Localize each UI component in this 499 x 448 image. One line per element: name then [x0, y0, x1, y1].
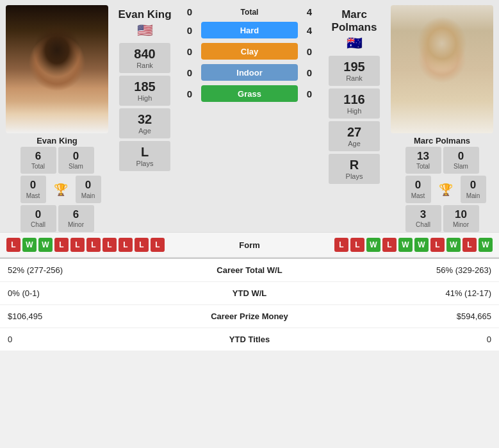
left-hard-score: 0 — [181, 25, 199, 36]
marc-rank-num: 195 — [343, 60, 364, 74]
left-ytd-wl: 0% (0-1) — [8, 288, 186, 298]
evan-mast-lbl: Mast — [26, 192, 40, 200]
evan-stats-row2: 0 Mast 🏆 0 Main — [20, 176, 94, 203]
left-career-wl: 52% (277-256) — [8, 265, 186, 275]
titles-label: YTD Titles — [186, 335, 314, 344]
prize-label: Career Prize Money — [186, 311, 314, 321]
ytd-wl-label: YTD W/L — [186, 288, 314, 298]
evan-chall-num: 0 — [35, 208, 41, 221]
left-titles: 0 — [8, 335, 186, 344]
evan-slam-num: 0 — [73, 150, 79, 163]
right-prize: $594,665 — [314, 311, 492, 321]
marc-name-title: Marc Polmans — [323, 8, 385, 34]
marc-main-num: 0 — [470, 179, 476, 192]
marc-minor-cell: 10 Minor — [443, 205, 479, 232]
evan-high-box: 185 High — [119, 76, 170, 106]
evan-trophy-cell: 🏆 — [48, 176, 74, 203]
form-pill: W — [446, 238, 461, 252]
clay-badge: Clay — [201, 43, 298, 60]
bottom-stats-section: 52% (277-256) Career Total W/L 56% (329-… — [0, 258, 499, 351]
ytd-titles-row: 0 YTD Titles 0 — [0, 328, 499, 351]
marc-stats-row3: 3 Chall 10 Minor — [405, 205, 479, 232]
form-pill: L — [334, 238, 348, 252]
right-titles: 0 — [314, 335, 492, 344]
prize-money-row: $106,495 Career Prize Money $594,665 — [0, 305, 499, 328]
marc-minor-num: 10 — [455, 208, 467, 221]
evan-slam-lbl: Slam — [69, 163, 83, 170]
marc-total-cell: 13 Total — [405, 147, 441, 174]
evan-main-cell: 0 Main — [76, 176, 101, 203]
marc-high-num: 116 — [343, 92, 364, 107]
evan-slam-cell: 0 Slam — [58, 147, 94, 174]
indoor-surface-row: 0 Indoor 0 — [181, 63, 318, 82]
form-pill: L — [151, 238, 165, 252]
form-pill: L — [70, 238, 85, 252]
evan-high-num: 185 — [134, 79, 155, 94]
form-pill: L — [6, 238, 20, 252]
evan-name-flag: Evan King 🇺🇸 — [118, 8, 171, 38]
evan-king-photo — [6, 5, 108, 133]
right-player-column: Marc Polmans 13 Total 0 Slam 0 Mast — [388, 5, 496, 232]
right-hard-score: 4 — [300, 25, 318, 36]
form-pill: W — [366, 238, 380, 252]
marc-rank-box: 195 Rank — [329, 56, 380, 86]
evan-chall-cell: 0 Chall — [20, 205, 56, 232]
evan-minor-lbl: Minor — [68, 221, 84, 229]
left-center-column: Evan King 🇺🇸 840 Rank 185 High 32 Age L … — [113, 5, 177, 232]
evan-plays-letter: L — [141, 145, 149, 160]
form-pill: L — [135, 238, 149, 252]
marc-polmans-name-below: Marc Polmans — [414, 136, 470, 145]
form-label: Form — [211, 240, 288, 250]
evan-minor-cell: 6 Minor — [58, 205, 94, 232]
evan-plays-lbl: Plays — [136, 160, 154, 167]
career-wl-label: Career Total W/L — [186, 265, 314, 275]
marc-rank-lbl: Rank — [346, 74, 363, 82]
evan-total-num: 6 — [35, 150, 41, 163]
form-pill: L — [382, 238, 397, 252]
evan-rank-box: 840 Rank — [119, 43, 170, 73]
career-wl-row: 52% (277-256) Career Total W/L 56% (329-… — [0, 259, 499, 282]
marc-total-num: 13 — [417, 150, 429, 163]
marc-minor-lbl: Minor — [453, 221, 469, 229]
marc-plays-lbl: Plays — [346, 172, 363, 180]
marc-plays-letter: R — [350, 158, 359, 172]
evan-name-title: Evan King — [118, 8, 171, 21]
evan-mast-cell: 0 Mast — [20, 176, 46, 203]
form-pill: L — [462, 238, 477, 252]
clay-surface-row: 0 Clay 0 — [181, 42, 318, 61]
player-comparison-area: Evan King 6 Total 0 Slam 0 Mast — [0, 0, 499, 232]
form-pill: L — [102, 238, 117, 252]
evan-age-box: 32 Age — [119, 108, 170, 138]
marc-chall-lbl: Chall — [416, 221, 430, 229]
form-pill: L — [86, 238, 101, 252]
main-container: Evan King 6 Total 0 Slam 0 Mast — [0, 0, 499, 351]
evan-age-num: 32 — [138, 112, 152, 127]
right-clay-score: 0 — [300, 46, 318, 57]
evan-minor-num: 6 — [73, 208, 79, 221]
hard-surface-row: 0 Hard 4 — [181, 21, 318, 40]
ytd-wl-row: 0% (0-1) YTD W/L 41% (12-17) — [0, 282, 499, 305]
right-career-wl: 56% (329-263) — [314, 265, 492, 275]
marc-name-flag: Marc Polmans 🇦🇺 — [323, 8, 385, 51]
form-pill: W — [22, 238, 37, 252]
form-pill: W — [398, 238, 413, 252]
form-pill: L — [350, 238, 364, 252]
evan-age-lbl: Age — [138, 127, 151, 135]
left-prize: $106,495 — [8, 311, 186, 321]
marc-slam-cell: 0 Slam — [443, 147, 479, 174]
marc-mast-num: 0 — [415, 179, 421, 192]
evan-king-name-below: Evan King — [37, 136, 78, 145]
evan-high-lbl: High — [138, 94, 152, 102]
form-pill: L — [119, 238, 133, 252]
right-total-score: 4 — [300, 6, 318, 17]
marc-mast-cell: 0 Mast — [405, 176, 431, 203]
right-form-pills: LLWLWWLWLW — [288, 238, 493, 252]
marc-chall-cell: 3 Chall — [405, 205, 441, 232]
evan-rank-lbl: Rank — [136, 62, 153, 69]
evan-total-cell: 6 Total — [20, 147, 56, 174]
marc-plays-box: R Plays — [329, 154, 380, 184]
evan-mast-num: 0 — [30, 179, 36, 192]
marc-high-box: 116 High — [329, 88, 380, 119]
evan-main-num: 0 — [85, 179, 91, 192]
center-surfaces-column: 0 Total 4 0 Hard 4 0 Clay 0 0 Indoor 0 — [178, 5, 321, 232]
